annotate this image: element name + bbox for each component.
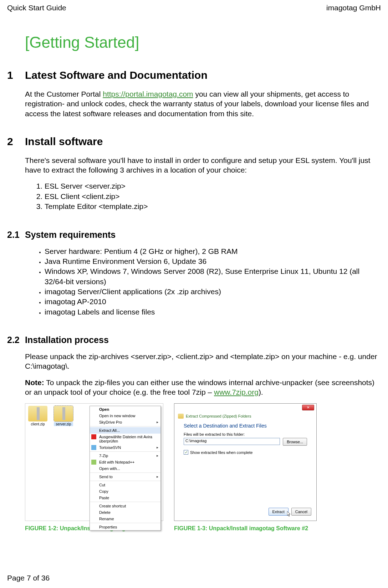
menu-7zip[interactable]: 7-Zip: [90, 452, 160, 459]
list-item: imagotag Labels and license files: [45, 307, 381, 317]
server-zip-icon[interactable]: [54, 406, 73, 421]
menu-delete[interactable]: Delete: [90, 509, 160, 516]
section-2-list: ESL Server <server.zip> ESL Client <clie…: [25, 181, 381, 211]
server-zip-label: server.zip: [54, 422, 73, 426]
page-footer: Page 7 of 36: [7, 574, 50, 582]
section-1-paragraph: At the Customer Portal https://portal.im…: [25, 89, 381, 118]
header-right: imagotag GmbH: [326, 4, 381, 12]
menu-properties[interactable]: Properties: [90, 524, 160, 530]
section-21-title: System requirements: [25, 230, 381, 240]
cursor-icon: [287, 511, 291, 517]
client-zip-icon[interactable]: [28, 406, 47, 421]
menu-create-shortcut[interactable]: Create shortcut: [90, 503, 160, 509]
menu-send-to[interactable]: Send to: [90, 474, 160, 480]
list-item: Server hardware: Pentium 4 (2 GHz or hig…: [45, 246, 381, 256]
menu-cut[interactable]: Cut: [90, 482, 160, 488]
menu-rename[interactable]: Rename: [90, 516, 160, 522]
sevenzip-link[interactable]: www.7zip.org: [214, 388, 259, 396]
path-input[interactable]: C:\imagotag: [184, 438, 280, 445]
menu-paste[interactable]: Paste: [90, 495, 160, 501]
section-2-number: 2: [7, 136, 25, 219]
context-menu: Open Open in new window SkyDrive Pro Ext…: [90, 406, 161, 531]
list-item: Java Runtime Environment Version 6, Upda…: [45, 256, 381, 266]
menu-copy[interactable]: Copy: [90, 488, 160, 495]
avira-icon: [91, 434, 96, 439]
note-label: Note:: [25, 378, 44, 387]
browse-button[interactable]: Browse...: [283, 438, 307, 446]
note-text-a: To unpack the zip-files you can either u…: [25, 378, 374, 396]
section-2-paragraph: There's several software you'll have to …: [25, 155, 381, 175]
figure-2: ✕ Extract Compressed (Zipped) Folders Se…: [174, 403, 317, 532]
menu-open[interactable]: Open: [90, 406, 160, 413]
menu-avira[interactable]: Ausgewählte Dateien mit Avira überprüfen: [90, 434, 160, 444]
list-item: ESL Server <server.zip>: [45, 181, 381, 191]
portal-link[interactable]: https://portal.imagotag.com: [103, 90, 193, 98]
notepadpp-icon: [91, 460, 96, 465]
section-22-title: Installation process: [25, 335, 381, 345]
section-2-title: Install software: [25, 136, 381, 148]
section-22-number: 2.2: [7, 335, 25, 532]
note-text-b: ).: [259, 388, 263, 396]
dialog-label: Files will be extracted to this folder:: [184, 432, 307, 436]
client-zip-label: client.zip: [28, 422, 47, 426]
menu-open-with[interactable]: Open with...: [90, 465, 160, 472]
menu-extract-all[interactable]: Extract All...: [90, 427, 160, 434]
list-item: ESL Client <client.zip>: [45, 191, 381, 201]
section-22-note: Note: To unpack the zip-files you can ei…: [25, 378, 381, 397]
menu-notepadpp[interactable]: Edit with Notepad++: [90, 459, 160, 465]
menu-tortoise-label: TortoiseSVN: [99, 445, 121, 450]
menu-avira-label: Ausgewählte Dateien mit Avira überprüfen: [99, 435, 152, 443]
section-1-text-a: At the Customer Portal: [25, 90, 103, 98]
folder-icon: [178, 414, 184, 419]
cancel-button[interactable]: Cancel: [291, 508, 311, 516]
section-1-title: Latest Software and Documentation: [25, 69, 381, 81]
extract-button[interactable]: Extract: [269, 508, 289, 516]
menu-tortoisesvn[interactable]: TortoiseSVN: [90, 444, 160, 451]
section-22-paragraph-1: Please unpack the zip-archives <server.z…: [25, 352, 381, 371]
section-1-number: 1: [7, 69, 25, 125]
menu-notepadpp-label: Edit with Notepad++: [99, 460, 134, 464]
list-item: imagotag Server/Client applications (2x …: [45, 287, 381, 297]
header-left: Quick Start Guide: [7, 4, 66, 12]
list-item: Windows XP, Windows 7, Windows Server 20…: [45, 266, 381, 287]
system-requirements-list: Server hardware: Pentium 4 (2 GHz or hig…: [25, 246, 381, 317]
show-files-checkbox[interactable]: ✓: [184, 450, 188, 455]
show-files-label: Show extracted files when complete: [190, 450, 252, 455]
section-21-number: 2.1: [7, 230, 25, 324]
menu-skydrive[interactable]: SkyDrive Pro: [90, 419, 160, 425]
list-item: Template Editor <template.zip>: [45, 201, 381, 211]
dialog-breadcrumb: Extract Compressed (Zipped) Folders: [186, 414, 251, 418]
list-item: imagotag AP-2010: [45, 297, 381, 307]
close-button[interactable]: ✕: [302, 405, 314, 410]
tortoise-icon: [91, 445, 96, 450]
figure-2-caption: FIGURE 1-3: Unpack/Install imagotag Soft…: [174, 525, 317, 532]
menu-open-new-window[interactable]: Open in new window: [90, 413, 160, 419]
figure-1: client.zip server.zip Open Open in new w…: [25, 403, 163, 532]
chapter-title: [Getting Started]: [25, 34, 381, 51]
dialog-heading: Select a Destination and Extract Files: [184, 423, 307, 429]
